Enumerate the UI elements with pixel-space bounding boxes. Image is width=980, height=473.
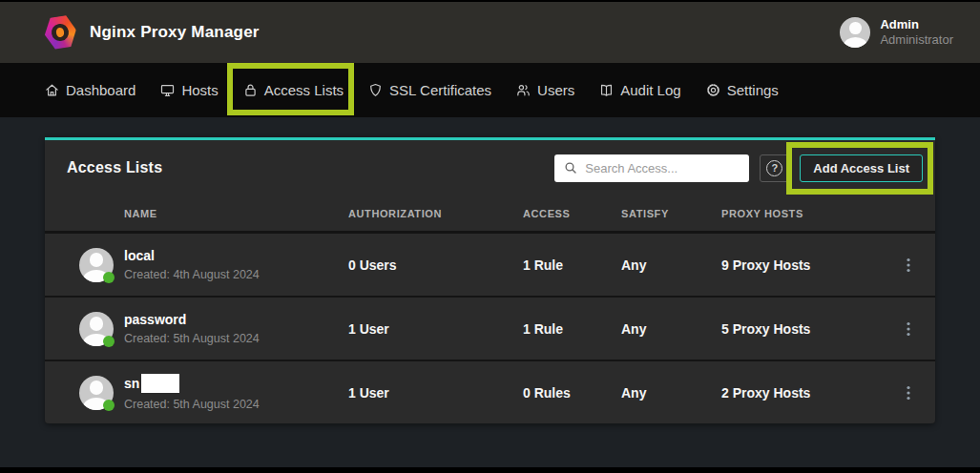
redaction-box <box>141 374 179 393</box>
access-list-name: sn <box>124 375 348 394</box>
help-button[interactable]: ? <box>760 154 789 182</box>
column-header-authorization: AUTHORIZATION <box>348 208 523 219</box>
nav-item-settings[interactable]: Settings <box>705 82 779 98</box>
authorization-value: 0 Users <box>348 257 523 273</box>
monitor-icon <box>159 82 176 98</box>
nav-item-label: Audit Log <box>620 82 680 98</box>
nav-item-access-lists[interactable]: Access Lists <box>242 82 344 98</box>
table-row: local Created: 4th August 2024 0 Users 1… <box>45 234 935 296</box>
table-row: sn Created: 5th August 2024 1 User 0 Rul… <box>45 361 935 423</box>
name-cell: password Created: 5th August 2024 <box>124 312 348 345</box>
column-header-satisfy: SATISFY <box>621 208 721 219</box>
kebab-menu-icon <box>901 384 916 401</box>
nav-item-label: Dashboard <box>66 82 136 98</box>
satisfy-value: Any <box>621 385 721 401</box>
nav-item-dashboard[interactable]: Dashboard <box>44 82 136 98</box>
table-row: password Created: 5th August 2024 1 User… <box>45 298 935 360</box>
panel-title: Access Lists <box>67 159 162 176</box>
nginx-proxy-manager-logo-icon <box>41 13 78 52</box>
access-value: 1 Rule <box>523 257 621 273</box>
row-menu-button[interactable] <box>882 257 935 274</box>
nav-item-label: Settings <box>727 82 779 98</box>
column-header-proxy-hosts: PROXY HOSTS <box>721 208 882 219</box>
help-circle-icon: ? <box>766 160 782 176</box>
authorization-value: 1 User <box>348 321 523 337</box>
access-list-name: local <box>124 248 348 264</box>
gear-icon <box>705 82 721 98</box>
table-body: local Created: 4th August 2024 0 Users 1… <box>45 234 935 423</box>
nav-item-users[interactable]: Users <box>515 82 574 98</box>
column-header-name: NAME <box>124 208 348 219</box>
search-box <box>554 154 749 182</box>
page-content: Access Lists ? Add Access List NAME AUTH… <box>0 117 980 423</box>
nav-item-hosts[interactable]: Hosts <box>159 82 218 98</box>
access-list-name: password <box>124 312 348 328</box>
name-cell: local Created: 4th August 2024 <box>124 248 348 281</box>
user-name: Admin <box>880 17 953 32</box>
panel-header: Access Lists ? Add Access List <box>45 140 935 195</box>
satisfy-value: Any <box>621 321 721 337</box>
user-avatar <box>840 17 870 48</box>
brand: Nginx Proxy Manager <box>44 15 260 50</box>
home-icon <box>44 82 60 98</box>
created-date: Created: 4th August 2024 <box>124 268 348 281</box>
proxy-hosts-value: 9 Proxy Hosts <box>721 257 882 273</box>
kebab-menu-icon <box>901 320 916 338</box>
user-role: Administrator <box>880 32 953 48</box>
app-title: Nginx Proxy Manager <box>90 23 260 42</box>
created-date: Created: 5th August 2024 <box>124 332 348 345</box>
kebab-menu-icon <box>901 257 916 274</box>
status-dot <box>103 336 115 347</box>
add-access-list-wrap: Add Access List <box>800 154 923 182</box>
book-icon <box>598 82 615 98</box>
access-lists-panel: Access Lists ? Add Access List NAME AUTH… <box>45 137 935 423</box>
authorization-value: 1 User <box>348 385 523 401</box>
row-avatar <box>79 376 114 410</box>
proxy-hosts-value: 2 Proxy Hosts <box>721 385 882 401</box>
row-menu-button[interactable] <box>882 384 935 401</box>
add-access-list-button[interactable]: Add Access List <box>800 154 923 182</box>
users-icon <box>515 82 532 98</box>
access-value: 0 Rules <box>523 385 621 401</box>
nav-item-label: Hosts <box>181 82 218 98</box>
column-header-access: ACCESS <box>523 208 621 219</box>
user-info: Admin Administrator <box>880 17 953 48</box>
nav-item-audit-log[interactable]: Audit Log <box>598 82 680 98</box>
access-value: 1 Rule <box>523 321 621 337</box>
search-input[interactable] <box>554 154 749 182</box>
nav-item-label: Users <box>537 82 574 98</box>
row-avatar <box>79 248 114 282</box>
nav-item-label: SSL Certificates <box>389 82 491 98</box>
name-cell: sn Created: 5th August 2024 <box>124 375 348 411</box>
row-menu-button[interactable] <box>882 320 935 338</box>
satisfy-value: Any <box>621 257 721 273</box>
user-menu[interactable]: Admin Administrator <box>840 17 953 48</box>
status-dot <box>103 400 115 411</box>
status-dot <box>103 272 115 283</box>
main-nav: Dashboard Hosts Access Lists SSL Certifi… <box>0 63 980 117</box>
table-header: NAME AUTHORIZATION ACCESS SATISFY PROXY … <box>45 195 935 234</box>
search-icon <box>563 160 578 179</box>
row-avatar <box>79 312 114 346</box>
app-header: Nginx Proxy Manager Admin Administrator <box>0 2 980 63</box>
lock-icon <box>242 82 259 98</box>
bottom-border-strip <box>0 467 980 473</box>
nav-item-label: Access Lists <box>264 82 344 98</box>
nav-item-ssl-certificates[interactable]: SSL Certificates <box>367 82 491 98</box>
shield-icon <box>367 82 384 98</box>
proxy-hosts-value: 5 Proxy Hosts <box>721 321 882 337</box>
created-date: Created: 5th August 2024 <box>124 398 348 411</box>
